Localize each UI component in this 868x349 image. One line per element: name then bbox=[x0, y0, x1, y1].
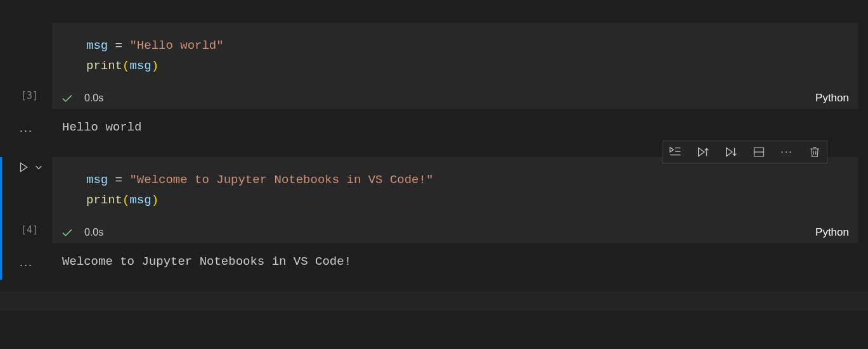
cell-content: msg = "Hello world" print(msg) 0.0s Pyth… bbox=[52, 23, 858, 146]
chevron-down-icon[interactable] bbox=[34, 163, 43, 172]
cell-selection-indicator bbox=[0, 157, 2, 280]
success-check-icon bbox=[61, 226, 74, 239]
code-line: print(msg) bbox=[86, 190, 852, 210]
execution-time: 0.0s bbox=[84, 227, 103, 238]
execution-time: 0.0s bbox=[84, 92, 103, 104]
cell-status-row: 0.0s Python bbox=[52, 222, 858, 243]
execute-above-icon[interactable] bbox=[695, 144, 711, 160]
notebook-container: [3] ··· msg = "Hello world" print(msg) 0… bbox=[0, 0, 868, 280]
more-actions-icon[interactable]: ··· bbox=[779, 144, 795, 160]
code-line: msg = "Hello world" bbox=[86, 35, 852, 56]
kernel-language[interactable]: Python bbox=[815, 92, 849, 105]
code-line: print(msg) bbox=[86, 56, 852, 76]
cell-gutter: [4] ··· bbox=[0, 157, 52, 280]
run-by-line-icon[interactable] bbox=[667, 144, 683, 160]
cell-status-row: 0.0s Python bbox=[52, 87, 858, 109]
cell-output: Welcome to Jupyter Notebooks in VS Code! bbox=[52, 243, 858, 280]
code-line: msg = "Welcome to Jupyter Notebooks in V… bbox=[86, 170, 852, 190]
execution-count: [3] bbox=[21, 90, 38, 101]
run-cell-icon[interactable] bbox=[18, 162, 29, 173]
execution-count: [4] bbox=[21, 224, 38, 236]
cell-more-icon[interactable]: ··· bbox=[20, 258, 33, 272]
cell-toolbar: ··· bbox=[663, 141, 827, 163]
execute-below-icon[interactable] bbox=[723, 144, 739, 160]
kernel-language[interactable]: Python bbox=[815, 226, 849, 239]
code-editor[interactable]: msg = "Hello world" print(msg) bbox=[52, 23, 858, 87]
success-check-icon bbox=[61, 92, 74, 105]
top-spacer bbox=[0, 5, 868, 23]
code-editor[interactable]: msg = "Welcome to Jupyter Notebooks in V… bbox=[52, 157, 858, 222]
notebook-cell[interactable]: [3] ··· msg = "Hello world" print(msg) 0… bbox=[0, 23, 868, 146]
bottom-bar bbox=[0, 291, 868, 310]
cell-more-icon[interactable]: ··· bbox=[20, 124, 33, 137]
notebook-cell[interactable]: [4] ··· ··· bbox=[0, 157, 868, 280]
cell-gutter: [3] ··· bbox=[0, 23, 52, 146]
split-cell-icon[interactable] bbox=[751, 144, 767, 160]
delete-cell-icon[interactable] bbox=[806, 144, 823, 160]
cell-content: ··· msg = "Welcome to Jupyter Notebooks … bbox=[52, 157, 858, 280]
